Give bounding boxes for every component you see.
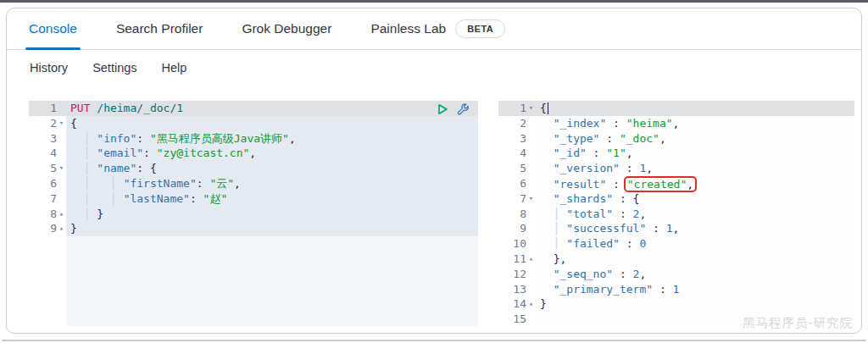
- tab-search-profiler[interactable]: Search Profiler: [116, 8, 203, 49]
- fold-down-icon[interactable]: ▾: [57, 116, 66, 131]
- token: :: [587, 147, 606, 159]
- send-request-button[interactable]: [436, 102, 448, 115]
- code-line: 5 "_version" : 1,: [498, 161, 854, 176]
- menu-help[interactable]: Help: [162, 61, 187, 75]
- tab-painless-lab[interactable]: Painless LabBETA: [370, 8, 505, 49]
- fold-down-icon[interactable]: ▾: [526, 101, 536, 116]
- indent-guide: │: [84, 132, 91, 145]
- code-text: }: [66, 221, 478, 236]
- line-number: 1: [50, 101, 57, 116]
- line-number: 5: [520, 161, 526, 176]
- token: :: [143, 147, 157, 159]
- fold-up-icon[interactable]: ▴: [57, 221, 66, 236]
- token: "_doc": [620, 132, 659, 145]
- token: "_shards": [554, 192, 613, 205]
- code-text: {: [536, 101, 854, 116]
- code-line: 6 "result" : "created",: [498, 176, 854, 191]
- indent-guide: │: [554, 222, 560, 235]
- line-gutter: 13: [498, 282, 536, 297]
- code-text: │ "total" : 2,: [536, 207, 854, 222]
- token: {: [70, 117, 77, 130]
- code-text: │ "info": "黑马程序员高级Java讲师",: [66, 131, 478, 147]
- indent-guide: │: [84, 147, 91, 159]
- code-line: 4 │ "email": "zy@itcast.cn",: [29, 146, 478, 161]
- indent-guide: │: [84, 162, 91, 174]
- token: {: [540, 102, 547, 114]
- code-line: 8▴ │ }: [29, 207, 478, 222]
- line-gutter: 2: [498, 116, 536, 131]
- menu-settings[interactable]: Settings: [92, 61, 136, 75]
- request-options-button[interactable]: [457, 102, 470, 115]
- tab-grok-debugger[interactable]: Grok Debugger: [242, 8, 331, 49]
- watermark: 黑马程序员-研究院: [743, 315, 853, 331]
- fold-down-icon[interactable]: ▾: [57, 161, 66, 176]
- line-gutter: 3: [498, 131, 536, 147]
- line-gutter: 6: [29, 176, 66, 191]
- code-text: {: [66, 116, 478, 131]
- token: 1: [673, 283, 680, 296]
- token: :: [620, 162, 639, 174]
- fold-up-icon[interactable]: ▴: [526, 296, 536, 312]
- token: :: [606, 117, 626, 130]
- line-gutter: 7▾: [498, 191, 536, 207]
- token: ,: [673, 222, 680, 235]
- menu-history[interactable]: History: [30, 61, 68, 75]
- token: }: [97, 207, 103, 220]
- code-line: 4 "_id" : "1",: [498, 146, 854, 161]
- line-gutter: 9▴: [29, 221, 66, 236]
- fold-up-icon[interactable]: ▴: [526, 252, 536, 267]
- token: :: [620, 237, 639, 250]
- code-text: │ │ "lastName": "赵": [66, 191, 478, 207]
- line-gutter: 3: [29, 131, 66, 147]
- line-number: 9: [50, 221, 57, 236]
- fold-down-icon[interactable]: ▾: [526, 191, 536, 207]
- token: "info": [97, 132, 136, 145]
- code-line: 1PUT /heima/_doc/1: [29, 101, 478, 116]
- token: :: [653, 283, 672, 296]
- request-editor[interactable]: 1PUT /heima/_doc/12▾{3 │ "info": "黑马程序员高…: [29, 101, 478, 326]
- response-editor[interactable]: 1▾{2 "_index" : "heima",3 "_type" : "_do…: [498, 101, 854, 326]
- request-actions: [436, 102, 470, 115]
- code-text: "_index" : "heima",: [536, 116, 854, 131]
- code-line: 13 "_primary_term" : 1: [498, 282, 854, 297]
- indent-guide: │: [110, 192, 117, 205]
- code-text: "_type" : "_doc",: [536, 131, 854, 147]
- tab-label: Painless Lab: [370, 21, 446, 36]
- token: "failed": [566, 237, 620, 250]
- code-line: 2 "_index" : "heima",: [498, 116, 854, 131]
- indent-guide: │: [554, 207, 560, 220]
- token: ,: [659, 132, 666, 145]
- code-line: 10 │ "failed" : 0: [498, 236, 854, 252]
- text-cursor: [548, 102, 549, 114]
- token: :: [646, 222, 665, 235]
- token: "zy@itcast.cn": [157, 147, 250, 159]
- line-number: 3: [50, 131, 57, 147]
- line-gutter: 8▴: [29, 207, 66, 222]
- token: "total": [566, 207, 613, 220]
- line-number: 6: [520, 176, 526, 191]
- code-text: "result" : "created",: [536, 176, 854, 191]
- line-gutter: 12: [498, 267, 536, 282]
- token: ,: [234, 177, 241, 190]
- token: :: [613, 207, 632, 220]
- fold-up-icon[interactable]: ▴: [57, 207, 66, 222]
- line-number: 4: [520, 146, 526, 161]
- token: "_seq_no": [554, 268, 613, 280]
- code-line: 3 "_type" : "_doc",: [498, 131, 854, 147]
- line-gutter: 1▾: [498, 101, 536, 116]
- editor-divider[interactable]: [478, 101, 498, 326]
- token: "lastName": [124, 192, 190, 205]
- line-gutter: 15: [498, 312, 536, 327]
- line-number: 11: [513, 252, 526, 267]
- play-icon: [437, 103, 448, 115]
- tab-console[interactable]: Console: [29, 8, 77, 49]
- code-line: 7 │ │ "lastName": "赵": [29, 191, 478, 207]
- token: :: [197, 177, 210, 190]
- indent-guide: │: [84, 192, 91, 205]
- token: ,: [289, 132, 296, 145]
- token: 0: [639, 237, 646, 250]
- line-number: 2: [50, 116, 57, 131]
- line-gutter: 5▾: [29, 161, 66, 176]
- line-number: 8: [520, 207, 526, 222]
- indent-guide: │: [84, 177, 91, 190]
